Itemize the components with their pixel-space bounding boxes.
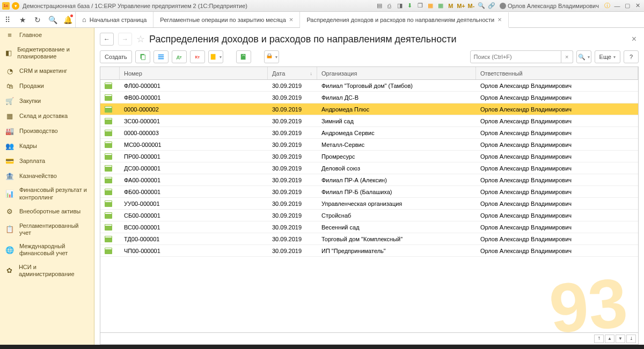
favorite-star-icon[interactable]: ☆ [136, 33, 145, 45]
reports-dropdown[interactable] [208, 50, 223, 63]
col-responsible[interactable]: Ответственный [476, 67, 638, 79]
sidebar-item-3[interactable]: 🛍Продажи [0, 78, 94, 93]
copy-icon[interactable]: ❐ [416, 2, 425, 10]
col-number[interactable]: Номер [120, 67, 268, 79]
apps-icon[interactable]: ⠿ [2, 14, 13, 25]
sidebar-icon: ⚙ [5, 207, 14, 216]
sidebar-item-5[interactable]: ▦Склад и доставка [0, 108, 94, 123]
minimize-icon[interactable]: — [613, 2, 621, 10]
print-preview-icon[interactable]: ▤ [375, 2, 384, 10]
zoom-icon[interactable]: 🔍 [477, 2, 486, 10]
sidebar-item-2[interactable]: ◔CRM и маркетинг [0, 63, 94, 78]
dt-button[interactable]: Дт [172, 50, 187, 63]
scroll-bottom-icon[interactable]: ⤓ [626, 335, 636, 343]
sidebar-item-7[interactable]: 👥Кадры [0, 138, 94, 153]
history-dropdown-icon[interactable]: ▾ [12, 2, 19, 10]
col-icon[interactable] [100, 67, 120, 79]
table-row[interactable]: ПР00-00000130.09.2019ПромресурсОрлов Але… [100, 151, 638, 162]
calc-icon[interactable]: ▦ [426, 2, 435, 10]
sidebar-item-12[interactable]: 📋Регламентированный учет [0, 219, 94, 240]
table-row[interactable]: ВС00-00000130.09.2019Весенний садОрлов А… [100, 221, 638, 233]
tab-distributions[interactable]: Распределения доходов и расходов по напр… [300, 12, 508, 28]
close-icon[interactable]: × [497, 16, 502, 24]
close-icon[interactable]: × [289, 16, 294, 24]
table-row[interactable]: 0000-00000230.09.2019Андромеда ПлюсОрлов… [100, 103, 638, 115]
save-icon[interactable]: ⬇ [406, 2, 414, 10]
sidebar-item-11[interactable]: ⚙Внеоборотные активы [0, 204, 94, 219]
link-icon[interactable]: 🔗 [487, 2, 496, 10]
table-row[interactable]: ФЛ00-00000130.09.2019Филиал "Торговый до… [100, 80, 638, 92]
help-button[interactable]: ? [624, 50, 639, 63]
sidebar-item-10[interactable]: 📊Финансовый результат и контроллинг [0, 183, 94, 204]
list-view-button[interactable] [153, 50, 169, 63]
m-minus-button[interactable]: M- [467, 2, 475, 10]
col-date-label: Дата [272, 70, 285, 77]
create-button[interactable]: Создать [100, 50, 132, 63]
sidebar-item-6[interactable]: 🏭Производство [0, 123, 94, 138]
sidebar-icon: ◔ [5, 66, 14, 75]
col-date[interactable]: Дата↓ [268, 67, 317, 79]
table-row[interactable]: 0000-00000330.09.2019Андромеда СервисОрл… [100, 127, 638, 139]
table-row[interactable]: ДС00-00000130.09.2019Деловой союзОрлов А… [100, 162, 638, 174]
col-organization[interactable]: Организация [317, 67, 476, 79]
maximize-icon[interactable]: ▢ [623, 2, 632, 10]
search-options-button[interactable]: 🔍 [576, 50, 591, 63]
tab-reglament-label: Регламентные операции по закрытию месяца [160, 17, 286, 23]
nav-forward-button[interactable]: → [118, 33, 132, 46]
sidebar-label: Бюджетирование и планирование [17, 46, 89, 60]
refresh-button[interactable] [236, 50, 251, 63]
sidebar-item-4[interactable]: 🛒Закупки [0, 93, 94, 108]
tab-reglament[interactable]: Регламентные операции по закрытию месяца… [153, 12, 300, 27]
table-row[interactable]: МС00-00000130.09.2019Металл-СервисОрлов … [100, 139, 638, 151]
table-row[interactable]: УУ00-00000130.09.2019Управленческая орга… [100, 198, 638, 210]
sidebar-icon: 🏦 [5, 172, 14, 180]
sidebar-item-1[interactable]: ◧Бюджетирование и планирование [0, 43, 94, 63]
search-clear-button[interactable]: × [561, 50, 573, 63]
compare-icon[interactable]: ◨ [396, 2, 404, 10]
close-page-icon[interactable]: × [630, 32, 639, 46]
more-button[interactable]: Еще [595, 50, 620, 63]
print-dropdown[interactable] [264, 50, 279, 63]
nav-back-button[interactable]: ← [100, 33, 114, 46]
scroll-top-icon[interactable]: ⤒ [594, 335, 604, 343]
sidebar-item-9[interactable]: 🏦Казначейство [0, 168, 94, 183]
print-icon[interactable]: ⎙ [385, 2, 394, 10]
notifications-icon[interactable]: 🔔 [62, 14, 73, 25]
table-row[interactable]: ФБ00-00000130.09.2019Филиал ПР-Б (Балаши… [100, 186, 638, 198]
cell-number: 0000-000003 [120, 130, 268, 136]
favorite-icon[interactable]: ★ [17, 14, 28, 25]
scroll-down-icon[interactable]: ▼ [616, 335, 625, 343]
kt-button[interactable]: Кт [190, 50, 205, 63]
svg-rect-6 [241, 54, 246, 60]
close-window-icon[interactable]: ✕ [633, 2, 642, 10]
table-row[interactable]: ТД00-00000130.09.2019Торговый дом "Компл… [100, 233, 638, 245]
page-title: Распределения доходов и расходов по напр… [149, 34, 456, 45]
sidebar-item-0[interactable]: ≡Главное [0, 28, 94, 43]
sidebar-item-14[interactable]: ✿НСИ и администрирование [0, 261, 94, 281]
cell-number: ЧП00-000001 [120, 248, 268, 254]
history-icon[interactable]: ↻ [32, 14, 43, 25]
cell-number: ЗС00-000001 [120, 118, 268, 124]
sidebar-item-8[interactable]: 💳Зарплата [0, 153, 94, 168]
cell-number: ФБ00-000001 [120, 189, 268, 195]
table-row[interactable]: СБ00-00000130.09.2019СтройснабОрлов Алек… [100, 210, 638, 221]
table-row[interactable]: ФА00-00000130.09.2019Филиал ПР-А (Алекси… [100, 174, 638, 186]
copy-doc-button[interactable] [135, 50, 150, 63]
search-icon[interactable]: 🔍 [47, 14, 58, 25]
sidebar-icon: ≡ [5, 31, 14, 40]
table-row[interactable]: ФВ00-00000130.09.2019Филиал ДС-ВОрлов Ал… [100, 92, 638, 103]
sidebar-item-13[interactable]: 🌐Международный финансовый учет [0, 240, 94, 260]
sidebar-label: Производство [19, 128, 58, 135]
table-row[interactable]: ЧП00-00000130.09.2019ИП "Предприниматель… [100, 245, 638, 257]
search-input[interactable] [470, 50, 561, 63]
info-icon[interactable]: ⓘ [603, 2, 611, 10]
calendar-icon[interactable]: ▦ [436, 2, 445, 10]
scroll-up-icon[interactable]: ▲ [605, 335, 614, 343]
m-button[interactable]: M [447, 2, 455, 10]
tab-home[interactable]: ⌂ Начальная страница [76, 12, 153, 27]
sidebar-label: Регламентированный учет [19, 222, 89, 236]
m-plus-button[interactable]: M+ [457, 2, 465, 10]
cell-org: Андромеда Плюс [317, 106, 476, 113]
table-row[interactable]: ЗС00-00000130.09.2019Зимний садОрлов Але… [100, 115, 638, 127]
current-user[interactable]: Орлов Александр Владимирович [500, 3, 599, 9]
